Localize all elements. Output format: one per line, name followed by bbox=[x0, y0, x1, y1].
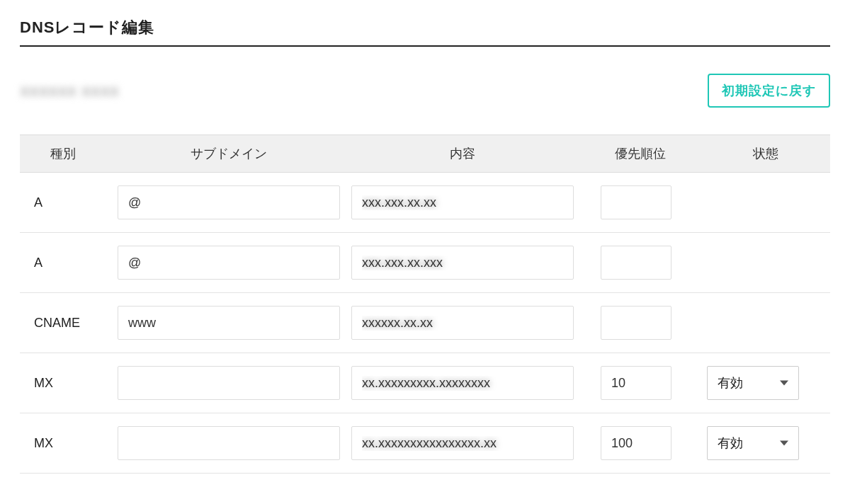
domain-name-label: xxxxxx xxxx bbox=[20, 81, 119, 101]
header-priority: 優先順位 bbox=[579, 145, 686, 162]
priority-input[interactable] bbox=[601, 246, 672, 280]
header-content: 内容 bbox=[346, 145, 579, 162]
priority-input[interactable] bbox=[601, 366, 672, 400]
status-select-value: 有効 bbox=[718, 435, 743, 452]
chevron-down-icon bbox=[780, 381, 788, 386]
record-type-label: A bbox=[20, 256, 112, 270]
dns-records-table: 種別 サブドメイン 内容 優先順位 状態 AACNAMEMX有効MX有効 bbox=[20, 134, 830, 474]
header-type: 種別 bbox=[20, 145, 112, 162]
reset-to-default-button[interactable]: 初期設定に戻す bbox=[708, 74, 830, 108]
content-input[interactable] bbox=[351, 426, 574, 460]
page-title: DNSレコード編集 bbox=[20, 17, 830, 47]
subdomain-input[interactable] bbox=[118, 366, 340, 400]
record-type-label: MX bbox=[20, 376, 112, 391]
header-subdomain: サブドメイン bbox=[112, 145, 346, 162]
priority-input[interactable] bbox=[601, 185, 672, 219]
subdomain-input[interactable] bbox=[118, 306, 340, 340]
subdomain-input[interactable] bbox=[118, 185, 340, 219]
content-input[interactable] bbox=[351, 366, 574, 400]
record-type-label: A bbox=[20, 195, 112, 210]
content-input[interactable] bbox=[351, 185, 574, 219]
status-select[interactable]: 有効 bbox=[707, 426, 799, 460]
subdomain-input[interactable] bbox=[118, 426, 340, 460]
table-row: A bbox=[20, 173, 830, 233]
status-select[interactable]: 有効 bbox=[707, 366, 799, 400]
table-row: CNAME bbox=[20, 293, 830, 353]
table-body: AACNAMEMX有効MX有効 bbox=[20, 173, 830, 474]
subdomain-input[interactable] bbox=[118, 246, 340, 280]
record-type-label: CNAME bbox=[20, 316, 112, 331]
priority-input[interactable] bbox=[601, 426, 672, 460]
record-type-label: MX bbox=[20, 436, 112, 451]
chevron-down-icon bbox=[780, 441, 788, 446]
priority-input[interactable] bbox=[601, 306, 672, 340]
status-select-value: 有効 bbox=[718, 374, 743, 391]
domain-header-bar: xxxxxx xxxx 初期設定に戻す bbox=[20, 74, 830, 108]
table-row: MX有効 bbox=[20, 413, 830, 474]
table-row: MX有効 bbox=[20, 353, 830, 413]
table-row: A bbox=[20, 233, 830, 293]
table-header-row: 種別 サブドメイン 内容 優先順位 状態 bbox=[20, 134, 830, 173]
content-input[interactable] bbox=[351, 306, 574, 340]
content-input[interactable] bbox=[351, 246, 574, 280]
header-status: 状態 bbox=[686, 145, 830, 162]
